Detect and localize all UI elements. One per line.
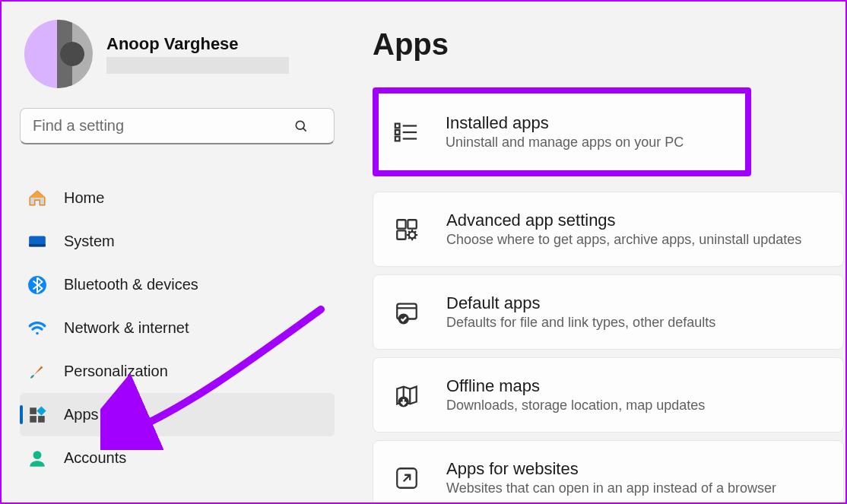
card-advanced-app-settings[interactable]: Advanced app settings Choose where to ge… bbox=[373, 192, 844, 267]
card-title: Installed apps bbox=[446, 113, 684, 133]
card-sub: Uninstall and manage apps on your PC bbox=[446, 135, 684, 151]
home-icon bbox=[27, 189, 47, 208]
svg-rect-6 bbox=[30, 407, 36, 414]
person-icon bbox=[27, 449, 47, 468]
profile-name: Anoop Varghese bbox=[106, 34, 289, 54]
search-input[interactable] bbox=[20, 108, 335, 144]
annotation-highlight: Installed apps Uninstall and manage apps… bbox=[373, 87, 751, 176]
card-installed-apps[interactable]: Installed apps Uninstall and manage apps… bbox=[379, 94, 745, 170]
map-icon bbox=[393, 382, 420, 409]
card-sub: Websites that can open in an app instead… bbox=[446, 480, 776, 496]
sidebar: Anoop Varghese Home bbox=[2, 2, 342, 502]
sidebar-item-label: Personalization bbox=[64, 363, 335, 380]
sidebar-item-personalization[interactable]: Personalization bbox=[20, 350, 335, 393]
svg-rect-13 bbox=[395, 130, 400, 135]
card-sub: Defaults for file and link types, other … bbox=[446, 315, 715, 331]
default-apps-icon bbox=[393, 299, 420, 326]
main-content: Apps Installed apps Uninstall and manage… bbox=[342, 2, 845, 502]
sidebar-item-system[interactable]: System bbox=[20, 220, 335, 263]
cards: Installed apps Uninstall and manage apps… bbox=[373, 87, 845, 504]
installed-apps-icon bbox=[392, 119, 420, 146]
sidebar-item-label: Network & internet bbox=[64, 319, 335, 337]
sidebar-item-accounts[interactable]: Accounts bbox=[20, 436, 335, 480]
card-title: Advanced app settings bbox=[446, 211, 801, 230]
svg-rect-17 bbox=[397, 220, 405, 228]
svg-rect-3 bbox=[29, 244, 46, 246]
profile-email-redacted bbox=[106, 57, 289, 74]
sidebar-item-label: Accounts bbox=[64, 449, 335, 467]
profile-block[interactable]: Anoop Varghese bbox=[24, 20, 330, 88]
card-offline-maps[interactable]: Offline maps Downloads, storage location… bbox=[373, 357, 844, 433]
apps-icon bbox=[27, 405, 47, 425]
search-icon bbox=[293, 119, 309, 134]
sidebar-item-bluetooth[interactable]: Bluetooth & devices bbox=[20, 263, 335, 306]
sidebar-item-network[interactable]: Network & internet bbox=[20, 306, 335, 350]
svg-rect-7 bbox=[36, 406, 46, 415]
card-apps-for-websites[interactable]: Apps for websites Websites that can open… bbox=[373, 440, 844, 504]
card-text: Default apps Defaults for file and link … bbox=[446, 293, 715, 331]
svg-point-0 bbox=[296, 121, 304, 129]
svg-rect-18 bbox=[408, 220, 416, 228]
profile-text: Anoop Varghese bbox=[106, 34, 289, 74]
wifi-icon bbox=[27, 319, 47, 338]
advanced-settings-icon bbox=[393, 216, 420, 243]
apps-websites-icon bbox=[393, 464, 420, 492]
card-text: Installed apps Uninstall and manage apps… bbox=[446, 113, 684, 151]
svg-rect-8 bbox=[30, 416, 36, 423]
svg-line-1 bbox=[303, 128, 306, 132]
card-title: Apps for websites bbox=[446, 459, 776, 479]
svg-rect-15 bbox=[395, 136, 400, 141]
card-title: Default apps bbox=[446, 293, 715, 313]
brush-icon bbox=[27, 362, 47, 382]
avatar bbox=[24, 20, 93, 88]
sidebar-nav: Home System Bluetooth & devices Network … bbox=[20, 176, 335, 480]
sidebar-item-label: Home bbox=[64, 189, 335, 207]
svg-point-5 bbox=[36, 331, 38, 334]
sidebar-item-home[interactable]: Home bbox=[20, 176, 335, 220]
settings-window: Anoop Varghese Home bbox=[2, 2, 845, 502]
card-text: Apps for websites Websites that can open… bbox=[446, 459, 776, 496]
system-icon bbox=[27, 232, 47, 252]
card-sub: Choose where to get apps, archive apps, … bbox=[446, 232, 801, 248]
search-wrap bbox=[20, 108, 330, 144]
sidebar-item-label: System bbox=[64, 233, 335, 250]
bluetooth-icon bbox=[27, 275, 47, 295]
svg-rect-9 bbox=[38, 416, 45, 423]
card-title: Offline maps bbox=[446, 376, 705, 396]
svg-point-10 bbox=[33, 451, 42, 459]
sidebar-item-label: Apps bbox=[64, 406, 335, 423]
svg-rect-11 bbox=[395, 123, 400, 128]
page-title: Apps bbox=[373, 27, 845, 62]
sidebar-item-apps[interactable]: Apps bbox=[20, 393, 335, 436]
card-default-apps[interactable]: Default apps Defaults for file and link … bbox=[373, 274, 844, 350]
svg-rect-19 bbox=[397, 230, 405, 239]
sidebar-item-label: Bluetooth & devices bbox=[64, 276, 335, 293]
card-sub: Downloads, storage location, map updates bbox=[446, 398, 705, 414]
card-text: Offline maps Downloads, storage location… bbox=[446, 376, 705, 414]
card-text: Advanced app settings Choose where to ge… bbox=[446, 211, 801, 248]
